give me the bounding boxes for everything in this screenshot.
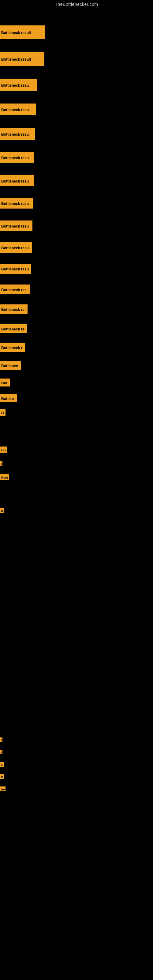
- bar-row-13: Bottleneck re: [0, 304, 27, 314]
- bar-row-23: Bott: [0, 474, 9, 480]
- bar-row-6: Bottleneck resu: [0, 152, 34, 163]
- bar-label-27: I: [0, 737, 2, 742]
- bar-row-2: Bottleneck result: [0, 52, 45, 66]
- bar-row-12: Bottleneck res: [0, 285, 30, 294]
- bar-label-31: Bo: [0, 786, 5, 791]
- bar-row-14: Bottleneck re: [0, 324, 27, 333]
- bar-label-10: Bottleneck resu: [0, 242, 32, 253]
- bar-row-22: |: [0, 461, 2, 466]
- bar-label-25: B: [0, 508, 4, 513]
- bar-label-15: Bottleneck r: [0, 343, 25, 352]
- bar-label-7: Bottleneck resu: [0, 175, 33, 186]
- bar-label-14: Bottleneck re: [0, 324, 27, 333]
- bar-label-3: Bottleneck resu: [0, 79, 37, 91]
- bar-row-18: Bottlen: [0, 394, 17, 402]
- bar-label-29: E: [0, 762, 4, 767]
- bar-row-21: Bo: [0, 447, 7, 453]
- bar-row-10: Bottleneck resu: [0, 242, 32, 253]
- bar-label-17: Bot: [0, 379, 10, 387]
- bar-label-13: Bottleneck re: [0, 304, 27, 314]
- bar-row-5: Bottleneck resu: [0, 128, 35, 140]
- bar-row-19: B: [0, 409, 5, 416]
- bar-row-7: Bottleneck resu: [0, 175, 33, 186]
- bar-row-29: E: [0, 762, 4, 767]
- bar-row-31: Bo: [0, 786, 5, 791]
- bar-row-15: Bottleneck r: [0, 343, 25, 352]
- bar-label-5: Bottleneck resu: [0, 128, 35, 140]
- bar-row-8: Bottleneck resu: [0, 198, 33, 208]
- bar-label-9: Bottleneck resu: [0, 221, 32, 231]
- bar-label-30: B: [0, 774, 4, 779]
- bar-label-18: Bottlen: [0, 394, 17, 402]
- bar-row-28: |: [0, 750, 2, 754]
- site-title: TheBottlenecker.com: [0, 0, 153, 9]
- bar-row-3: Bottleneck resu: [0, 79, 37, 91]
- bar-label-16: Bottlenec: [0, 361, 21, 370]
- bar-label-23: Bott: [0, 474, 9, 480]
- bar-row-1: Bottleneck result: [0, 25, 45, 39]
- bar-label-12: Bottleneck res: [0, 285, 30, 294]
- bar-label-2: Bottleneck result: [0, 52, 45, 66]
- bar-row-25: B: [0, 508, 4, 513]
- bar-row-30: B: [0, 774, 4, 779]
- bar-row-9: Bottleneck resu: [0, 221, 32, 231]
- bar-row-17: Bot: [0, 379, 10, 387]
- bar-label-21: Bo: [0, 447, 7, 453]
- bar-label-19: B: [0, 409, 5, 416]
- bar-row-11: Bottleneck resu: [0, 264, 31, 274]
- bar-label-1: Bottleneck result: [0, 25, 45, 39]
- bar-label-4: Bottleneck resu: [0, 103, 36, 115]
- bar-label-6: Bottleneck resu: [0, 152, 34, 163]
- bar-label-8: Bottleneck resu: [0, 198, 33, 208]
- bar-row-16: Bottlenec: [0, 361, 21, 370]
- bar-label-11: Bottleneck resu: [0, 264, 31, 274]
- bar-label-22: |: [0, 461, 2, 466]
- bar-row-4: Bottleneck resu: [0, 103, 36, 115]
- bar-row-27: I: [0, 737, 2, 742]
- bar-label-28: |: [0, 750, 2, 754]
